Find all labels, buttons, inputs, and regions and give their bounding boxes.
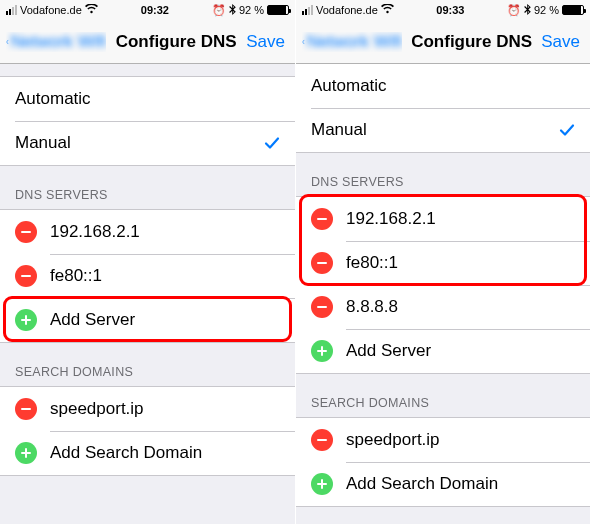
clock: 09:32 [141, 4, 169, 16]
signal-icon [6, 5, 17, 15]
back-button[interactable]: Network Wifi [6, 32, 106, 52]
search-domain-row[interactable]: speedport.ip [0, 387, 295, 431]
carrier-label: Vodafone.de [316, 4, 378, 16]
search-domains-group: speedport.ip Add Search Domain [296, 417, 590, 507]
bluetooth-icon [524, 4, 531, 17]
row-label: Add Server [50, 310, 135, 330]
nav-bar: Network Wifi Configure DNS Save [296, 20, 590, 64]
row-label: speedport.ip [346, 430, 440, 450]
search-domains-header: SEARCH DOMAINS [296, 374, 590, 417]
row-label: Add Server [346, 341, 431, 361]
wifi-icon [381, 4, 394, 16]
alarm-icon: ⏰ [212, 4, 226, 17]
row-label: Add Search Domain [50, 443, 202, 463]
alarm-icon: ⏰ [507, 4, 521, 17]
row-label: fe80::1 [346, 253, 398, 273]
dns-server-row[interactable]: 192.168.2.1 [296, 197, 590, 241]
wifi-icon [85, 4, 98, 16]
mode-manual[interactable]: Manual [296, 108, 590, 152]
add-search-domain-button[interactable]: Add Search Domain [0, 431, 295, 475]
row-label: Manual [311, 120, 367, 140]
delete-icon[interactable] [311, 296, 333, 318]
dns-server-row[interactable]: 192.168.2.1 [0, 210, 295, 254]
row-label: fe80::1 [50, 266, 102, 286]
add-icon[interactable] [15, 442, 37, 464]
delete-icon[interactable] [311, 208, 333, 230]
battery-icon [267, 5, 289, 15]
screen-left: Vodafone.de 09:32 ⏰ 92 % Network Wifi Co… [0, 0, 295, 524]
save-button[interactable]: Save [541, 32, 584, 52]
search-domains-group: speedport.ip Add Search Domain [0, 386, 295, 476]
status-bar: Vodafone.de 09:32 ⏰ 92 % [0, 0, 295, 20]
delete-icon[interactable] [311, 429, 333, 451]
row-label: Automatic [311, 76, 387, 96]
dns-servers-header: DNS SERVERS [0, 166, 295, 209]
dns-servers-header: DNS SERVERS [296, 153, 590, 196]
carrier-label: Vodafone.de [20, 4, 82, 16]
dns-servers-group: 192.168.2.1 fe80::1 8.8.8.8 Add Server [296, 196, 590, 374]
clock: 09:33 [436, 4, 464, 16]
mode-automatic[interactable]: Automatic [296, 64, 590, 108]
row-label: 192.168.2.1 [346, 209, 436, 229]
add-server-button[interactable]: Add Server [296, 329, 590, 373]
checkmark-icon [559, 122, 575, 138]
back-label: Network Wifi [11, 32, 106, 52]
add-icon[interactable] [311, 473, 333, 495]
chevron-left-icon [302, 32, 305, 52]
bluetooth-icon [229, 4, 236, 17]
row-label: Automatic [15, 89, 91, 109]
delete-icon[interactable] [311, 252, 333, 274]
add-icon[interactable] [311, 340, 333, 362]
screen-right: Vodafone.de 09:33 ⏰ 92 % Network Wifi Co… [295, 0, 590, 524]
nav-bar: Network Wifi Configure DNS Save [0, 20, 295, 64]
battery-percent: 92 % [534, 4, 559, 16]
dns-servers-group: 192.168.2.1 fe80::1 Add Server [0, 209, 295, 343]
save-button[interactable]: Save [246, 32, 289, 52]
delete-icon[interactable] [15, 265, 37, 287]
row-label: 8.8.8.8 [346, 297, 398, 317]
page-title: Configure DNS [116, 32, 237, 52]
mode-group: Automatic Manual [0, 76, 295, 166]
add-search-domain-button[interactable]: Add Search Domain [296, 462, 590, 506]
signal-icon [302, 5, 313, 15]
delete-icon[interactable] [15, 221, 37, 243]
dns-server-row[interactable]: fe80::1 [0, 254, 295, 298]
mode-group: Automatic Manual [296, 64, 590, 153]
row-label: speedport.ip [50, 399, 144, 419]
page-title: Configure DNS [411, 32, 532, 52]
battery-icon [562, 5, 584, 15]
battery-percent: 92 % [239, 4, 264, 16]
row-label: Manual [15, 133, 71, 153]
dns-server-row[interactable]: 8.8.8.8 [296, 285, 590, 329]
mode-manual[interactable]: Manual [0, 121, 295, 165]
row-label: 192.168.2.1 [50, 222, 140, 242]
row-label: Add Search Domain [346, 474, 498, 494]
checkmark-icon [264, 135, 280, 151]
add-server-button[interactable]: Add Server [0, 298, 295, 342]
dns-server-row[interactable]: fe80::1 [296, 241, 590, 285]
search-domains-header: SEARCH DOMAINS [0, 343, 295, 386]
status-bar: Vodafone.de 09:33 ⏰ 92 % [296, 0, 590, 20]
delete-icon[interactable] [15, 398, 37, 420]
mode-automatic[interactable]: Automatic [0, 77, 295, 121]
add-icon[interactable] [15, 309, 37, 331]
search-domain-row[interactable]: speedport.ip [296, 418, 590, 462]
back-button[interactable]: Network Wifi [302, 32, 402, 52]
chevron-left-icon [6, 32, 9, 52]
back-label: Network Wifi [307, 32, 402, 52]
